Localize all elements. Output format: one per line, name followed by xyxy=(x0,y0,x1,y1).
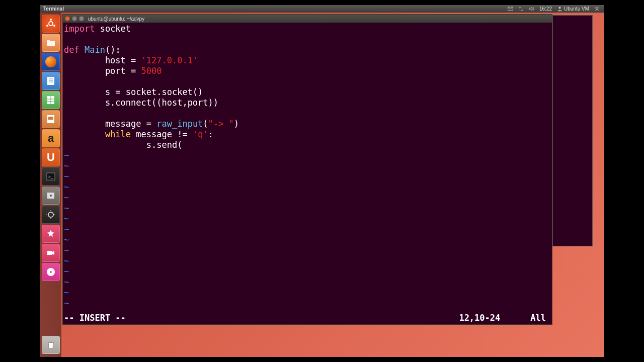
svg-point-4 xyxy=(53,25,55,27)
window-title: ubuntu@ubuntu: ~/advpy xyxy=(88,16,144,22)
vim-mode: -- INSERT -- xyxy=(64,313,126,323)
svg-point-3 xyxy=(50,19,52,21)
code-token: socket xyxy=(95,24,131,34)
minimize-button[interactable] xyxy=(72,16,77,21)
active-app-label: Terminal xyxy=(40,6,64,12)
vim-status-line: -- INSERT -- 12,10-24 All xyxy=(64,313,551,323)
scroll-indicator: All xyxy=(530,313,551,323)
cursor-position: 12,10-24 xyxy=(459,313,530,323)
code-token: ) xyxy=(234,119,239,129)
code-token: message != xyxy=(131,129,193,139)
empty-line-marker: ~ xyxy=(64,298,69,308)
svg-point-0 xyxy=(558,7,560,9)
terminal-icon[interactable]: >_ xyxy=(42,167,60,186)
code-token: : xyxy=(208,129,213,139)
code-token: def xyxy=(64,45,79,55)
svg-point-2 xyxy=(49,22,53,26)
empty-line-marker: ~ xyxy=(64,193,69,203)
svg-rect-21 xyxy=(47,251,52,255)
code-token xyxy=(64,129,105,139)
recorder-icon[interactable] xyxy=(42,244,60,262)
empty-line-marker: ~ xyxy=(64,203,69,213)
terminal-window: ubuntu@ubuntu: ~/advpy import socket def… xyxy=(62,14,552,325)
code-token: 'q' xyxy=(193,129,208,139)
code-token: '127.0.0.1' xyxy=(141,55,198,65)
files-icon[interactable] xyxy=(42,34,60,52)
firefox-icon[interactable] xyxy=(42,53,60,71)
impress-icon[interactable] xyxy=(42,110,60,128)
code-token: (): xyxy=(105,45,121,55)
trash-icon[interactable] xyxy=(42,336,60,354)
ubuntu-one-icon[interactable]: U xyxy=(42,148,60,166)
empty-line-marker: ~ xyxy=(64,245,69,255)
svg-rect-15 xyxy=(48,117,53,120)
maximize-button[interactable] xyxy=(79,16,84,21)
svg-rect-6 xyxy=(47,77,54,85)
svg-point-19 xyxy=(50,195,52,197)
code-token: ( xyxy=(203,119,208,129)
calc-icon[interactable] xyxy=(42,91,60,109)
code-token: s.connect((host,port)) xyxy=(64,98,218,108)
mail-icon[interactable] xyxy=(508,6,513,12)
code-token: raw_input xyxy=(156,119,203,129)
empty-line-marker: ~ xyxy=(64,182,69,192)
svg-point-5 xyxy=(46,25,48,27)
empty-line-marker: ~ xyxy=(64,266,69,277)
code-token: while xyxy=(105,129,131,139)
empty-line-marker: ~ xyxy=(64,277,69,287)
empty-line-marker: ~ xyxy=(64,235,69,245)
code-token: 5000 xyxy=(141,66,162,76)
code-token: port = xyxy=(64,66,141,76)
titlebar[interactable]: ubuntu@ubuntu: ~/advpy xyxy=(63,15,552,23)
empty-line-marker: ~ xyxy=(64,288,69,298)
top-panel: Terminal 16:22 Ubuntu VM xyxy=(40,5,604,13)
background-window xyxy=(552,15,593,246)
empty-line-marker: ~ xyxy=(64,214,69,224)
svg-text:>_: >_ xyxy=(48,174,53,179)
svg-point-23 xyxy=(50,271,52,273)
empty-line-marker: ~ xyxy=(64,150,69,160)
code-token: Main xyxy=(79,45,105,55)
indicator-area: 16:22 Ubuntu VM xyxy=(508,6,604,12)
terminal-body[interactable]: import socket def Main(): host = '127.0.… xyxy=(63,23,552,324)
close-button[interactable] xyxy=(65,16,70,21)
code-token: host = xyxy=(64,55,141,65)
launcher: a U >_ xyxy=(40,13,61,357)
svg-point-20 xyxy=(48,212,53,217)
network-icon[interactable] xyxy=(518,6,524,12)
empty-line-marker: ~ xyxy=(64,171,69,182)
dvd-icon[interactable] xyxy=(42,263,60,281)
code-token: s = socket.socket() xyxy=(64,87,203,97)
code-token: s.send( xyxy=(64,140,182,150)
code-token: import xyxy=(64,24,95,34)
cheese-icon[interactable] xyxy=(42,225,60,243)
clock-label[interactable]: 16:22 xyxy=(539,6,552,12)
amazon-icon[interactable]: a xyxy=(42,129,60,147)
gear-icon[interactable] xyxy=(594,6,600,12)
code-token: "-> " xyxy=(208,119,234,129)
svg-point-1 xyxy=(596,8,598,10)
empty-line-marker: ~ xyxy=(64,224,69,234)
code-token: message = xyxy=(64,119,156,129)
settings-icon[interactable] xyxy=(42,187,60,205)
empty-line-marker: ~ xyxy=(64,256,69,266)
empty-line-marker: ~ xyxy=(64,161,69,171)
system-icon[interactable] xyxy=(42,206,60,224)
dash-icon[interactable] xyxy=(42,15,60,33)
writer-icon[interactable] xyxy=(42,72,60,90)
volume-icon[interactable] xyxy=(529,6,534,12)
user-indicator[interactable]: Ubuntu VM xyxy=(557,6,589,12)
